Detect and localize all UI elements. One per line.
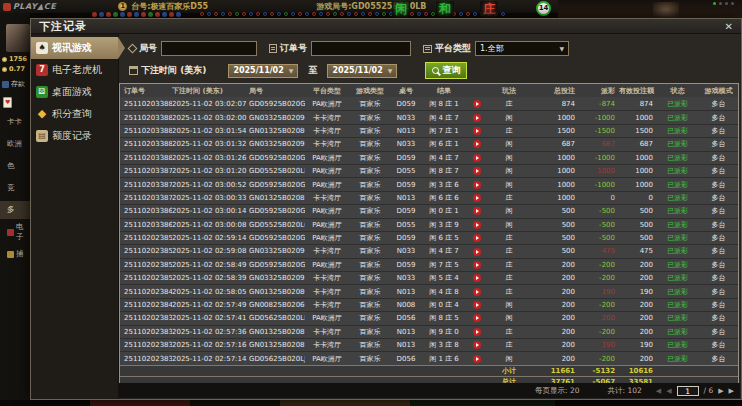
cell-game: 百家乐 xyxy=(349,166,391,176)
cell-time: 2025-11-02 03:01:54 xyxy=(172,127,249,135)
sidebar-item-cards[interactable]: 视讯游戏 xyxy=(31,37,118,59)
cell-mode: 多台 xyxy=(698,246,739,256)
replay-icon[interactable] xyxy=(473,127,481,135)
replay-icon[interactable] xyxy=(473,181,481,189)
hall-item[interactable]: 卡卡 xyxy=(0,113,30,131)
cell-tableno: D059 xyxy=(391,181,421,189)
cell-round: GD05925B020GE xyxy=(249,181,305,189)
cell-game: 百家乐 xyxy=(349,260,391,270)
road-ring xyxy=(368,12,372,16)
sidebar-item-dice[interactable]: 桌面游戏 xyxy=(31,81,118,103)
date-from-picker[interactable]: 2025/11/02 ▼ xyxy=(228,64,298,78)
col-header-order: 订单号 xyxy=(120,86,172,96)
cell-tableno: N033 xyxy=(391,114,421,122)
cell-status: 已派彩 xyxy=(657,113,698,123)
table-row: 2511020238569602025-11-02 02:59:14GD0592… xyxy=(120,231,738,244)
cell-tableno: N033 xyxy=(391,274,421,282)
replay-icon[interactable] xyxy=(473,328,481,336)
cell-status: 已派彩 xyxy=(657,193,698,203)
close-icon[interactable]: ✕ xyxy=(725,20,733,33)
date-to-label: 至 xyxy=(308,64,317,77)
cell-round: GD05925B020GG xyxy=(249,100,305,108)
cell-replay xyxy=(467,221,487,229)
replay-icon[interactable] xyxy=(473,140,481,148)
hall-item[interactable]: 欧洲 xyxy=(0,135,30,153)
cell-valid: 500 xyxy=(619,221,657,229)
replay-icon[interactable] xyxy=(473,100,481,108)
cell-order: 251102023855684 xyxy=(120,247,172,255)
replay-icon[interactable] xyxy=(473,154,481,162)
cell-result: 闲 6 庄 1 xyxy=(421,139,467,149)
sidebar-item-note[interactable]: 额度记录 xyxy=(31,125,118,147)
platform-select[interactable]: 1.全部 ▼ xyxy=(475,41,569,56)
cell-play: 闲 xyxy=(487,313,531,323)
table-header-row: 订单号下注时间 (美东)局号平台类型游戏类型桌号结果玩法总投注派彩有效投注额状态… xyxy=(120,84,738,97)
cell-order: 251102023852684 xyxy=(120,261,172,269)
cell-tableno: N033 xyxy=(391,247,421,255)
replay-icon[interactable] xyxy=(473,274,481,282)
cell-tableno: N013 xyxy=(391,288,421,296)
replay-icon[interactable] xyxy=(473,355,481,363)
col-header-tableno: 桌号 xyxy=(391,86,421,96)
date-to-picker[interactable]: 2025/11/02 ▼ xyxy=(327,64,397,78)
cell-payout: -1000 xyxy=(581,154,619,162)
table-row: 2511020338666432025-11-02 03:00:08GD0552… xyxy=(120,218,738,231)
replay-icon[interactable] xyxy=(473,248,481,256)
sidebar-item-gem[interactable]: 积分查询 xyxy=(31,103,118,125)
replay-icon[interactable] xyxy=(473,288,481,296)
round-input[interactable] xyxy=(161,41,257,56)
cell-bet: 687 xyxy=(531,140,581,148)
platform-filter-label: 平台类型 xyxy=(435,42,471,55)
cell-tableno: D055 xyxy=(391,167,421,175)
last-page-icon[interactable]: ▶ xyxy=(729,387,734,395)
replay-icon[interactable] xyxy=(473,314,481,322)
hall-item[interactable]: 捕 xyxy=(0,245,30,263)
cell-mode: 多台 xyxy=(698,300,739,310)
cell-bet: 200 xyxy=(531,274,581,282)
search-button[interactable]: 查询 xyxy=(425,62,467,79)
road-ring xyxy=(256,12,260,16)
cell-round: GN01325B0208F xyxy=(249,328,305,336)
hall-item[interactable]: 色 xyxy=(0,157,30,175)
replay-icon[interactable] xyxy=(473,261,481,269)
replay-icon[interactable] xyxy=(473,207,481,215)
cell-round: GD05925B020GB xyxy=(249,261,305,269)
order-input[interactable] xyxy=(311,41,411,56)
replay-icon[interactable] xyxy=(473,341,481,349)
cell-status: 已派彩 xyxy=(657,300,698,310)
replay-icon[interactable] xyxy=(473,301,481,309)
replay-icon[interactable] xyxy=(473,114,481,122)
cell-valid: 200 xyxy=(619,261,657,269)
cell-result: 闲 5 庄 4 xyxy=(421,273,467,283)
cell-round: GD05925B020GF xyxy=(249,154,305,162)
prev-page-icon[interactable]: ◀ xyxy=(666,387,671,395)
cell-play: 庄 xyxy=(487,193,531,203)
hall-item[interactable]: 多 xyxy=(0,201,30,219)
table-row: 2511020338677052025-11-02 03:00:14GD0592… xyxy=(120,204,738,217)
cell-replay xyxy=(467,194,487,202)
pagination-bar: 每页显示: 20 共计: 102 ◀ ◀ 1 / 6 ▶ ▶ xyxy=(119,383,740,398)
cell-tableno: N033 xyxy=(391,140,421,148)
replay-icon[interactable] xyxy=(473,167,481,175)
replay-icon[interactable] xyxy=(473,194,481,202)
hall-item[interactable]: 电子 xyxy=(0,223,30,241)
hall-item[interactable]: 竞 xyxy=(0,179,30,197)
cell-play: 闲 xyxy=(487,139,531,149)
sidebar-item-label: 额度记录 xyxy=(52,129,92,143)
logo-icon xyxy=(3,3,11,11)
page-input[interactable]: 1 xyxy=(677,386,699,396)
sidebar-item-label: 电子老虎机 xyxy=(52,63,102,77)
replay-icon[interactable] xyxy=(473,221,481,229)
next-page-icon[interactable]: ▶ xyxy=(718,387,723,395)
replay-icon[interactable] xyxy=(473,234,481,242)
dialog-header: 下注记录 ✕ xyxy=(31,19,741,34)
cell-valid: 1000 xyxy=(619,181,657,189)
cell-result: 闲 4 庄 7 xyxy=(421,153,467,163)
cell-mode: 多台 xyxy=(698,206,739,216)
cell-valid: 500 xyxy=(619,234,657,242)
dialog-main: 局号 订单号 平台类型 1.全部 ▼ 下注时间 (美东) 2025/11/02 … xyxy=(119,34,740,398)
table-row: 2511020238353572025-11-02 02:57:14GD0562… xyxy=(120,351,738,364)
deposit-button[interactable]: 存款 xyxy=(2,79,25,89)
sidebar-item-slot[interactable]: 电子老虎机 xyxy=(31,59,118,81)
first-page-icon[interactable]: ◀ xyxy=(656,387,661,395)
